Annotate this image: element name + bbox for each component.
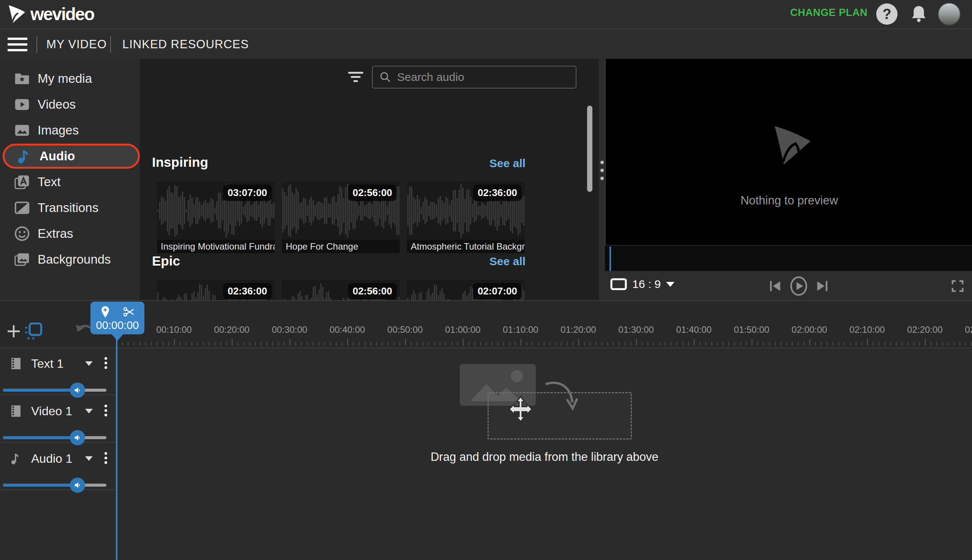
wevideo-plane-watermark-icon [772,123,814,167]
speaker-icon [73,386,82,394]
workspace: My media Videos Images Audio Text Transi… [0,59,972,300]
video-icon [13,96,31,113]
audio-card[interactable]: 03:07:00 Inspiring Motivational Fundrais… [157,182,275,253]
ruler-label: 02:20:00 [907,325,942,335]
sidebar-item-my-media[interactable]: My media [3,66,140,91]
text-icon [13,173,31,191]
audio-card[interactable]: 02:56:00 Hope For Change [282,182,400,253]
ruler-label: 00:50:00 [387,325,423,335]
aspect-ratio-value: 16 : 9 [632,278,661,291]
filmstrip-icon [9,404,23,418]
chevron-down-icon [666,282,674,287]
ruler-label: 00:40:00 [329,325,365,335]
aspect-ratio-dropdown[interactable]: 16 : 9 [610,278,674,291]
sidebar-item-text[interactable]: Text [3,170,140,195]
audio-library-panel: Inspiring See all 03:07:00 Inspiring Mot… [140,59,599,300]
fullscreen-button[interactable] [950,278,965,294]
track-headers: Text 1 Video 1 [0,348,116,560]
ruler-label: 02:00:00 [792,325,827,335]
next-frame-button[interactable] [815,278,830,294]
timeline-lanes[interactable]: Drag and drop media from the library abo… [116,348,972,560]
ruler-label: 01:30:00 [618,325,654,335]
playhead-line[interactable] [116,339,117,560]
smiley-icon [13,225,31,242]
track-menu-button[interactable] [102,355,110,372]
top-bar: wevideo CHANGE PLAN ? [0,0,972,28]
wevideo-logo[interactable]: wevideo [8,4,94,24]
sidebar-item-label: Images [38,123,78,138]
chevron-down-icon[interactable] [85,361,93,366]
preview-playhead[interactable] [610,247,611,271]
wevideo-plane-icon [8,4,27,24]
notifications-button[interactable] [908,3,929,25]
playhead-bubble[interactable]: 00:00:00 [90,302,144,334]
duration-badge: 02:36:00 [223,283,272,299]
library-scrollbar[interactable] [587,106,592,192]
ruler-label: 02:10:00 [849,325,885,335]
filter-button[interactable] [347,70,364,84]
music-note-icon [9,452,23,465]
chevron-down-icon[interactable] [85,456,93,461]
chevron-down-icon[interactable] [85,409,93,413]
split-scissors-icon[interactable] [122,305,135,318]
volume-slider[interactable] [3,478,107,493]
hamburger-menu-icon[interactable] [8,38,27,51]
volume-thumb[interactable] [70,478,85,493]
add-marker-icon[interactable] [100,305,111,318]
search-input[interactable] [397,71,576,83]
sidebar-item-label: Extras [38,227,73,241]
tab-my-video[interactable]: MY VIDEO [47,29,107,60]
sidebar-item-audio[interactable]: Audio [3,143,140,169]
panel-resize-handle[interactable] [599,59,605,300]
sidebar-item-backgrounds[interactable]: Backgrounds [3,247,140,272]
section-title: Epic [152,253,180,268]
audio-card[interactable]: 02:36:00 Atmospheric Tutorial Background [407,182,525,253]
menu-bar: MY VIDEO LINKED RESOURCES CLOSE FINISH [0,28,972,59]
preview-seek-bar[interactable] [605,245,972,271]
add-track-button[interactable] [5,322,23,340]
speaker-icon [73,481,82,489]
library-sidebar: My media Videos Images Audio Text Transi… [0,59,140,300]
section-title: Inspiring [152,155,208,170]
help-button[interactable]: ? [876,3,897,25]
track-label: Audio 1 [31,452,73,466]
select-all-button[interactable] [23,322,43,340]
timeline-toolbar: 00:10:0000:20:0000:30:0000:40:0000:50:00… [0,301,972,348]
track-menu-button[interactable] [102,450,110,467]
volume-thumb[interactable] [70,383,85,398]
volume-slider[interactable] [3,430,107,445]
dropzone-message: Drag and drop media from the library abo… [278,450,810,464]
preview-stage: Nothing to preview [605,59,972,245]
volume-thumb[interactable] [70,430,85,445]
avatar[interactable] [938,3,960,25]
folder-star-icon [13,70,31,87]
previous-frame-button[interactable] [768,278,783,294]
sidebar-item-images[interactable]: Images [3,118,140,143]
see-all-link[interactable]: See all [489,157,525,170]
divider [110,36,111,53]
see-all-link[interactable]: See all [489,255,525,268]
track-header-audio-1: Audio 1 [0,443,116,490]
tab-linked-resources[interactable]: LINKED RESOURCES [122,29,249,60]
sidebar-item-label: Backgrounds [38,252,111,267]
track-menu-button[interactable] [102,403,110,420]
sidebar-item-transitions[interactable]: Transitions [3,195,140,220]
ruler-label: 01:10:00 [503,325,538,335]
ruler-label: 01:40:00 [676,325,711,335]
ruler-label: 00:30:00 [272,325,307,335]
ruler-major-ticks [116,339,972,346]
image-icon [13,122,31,139]
filmstrip-icon [9,357,23,370]
audio-card-name: Hope For Change [282,240,400,253]
volume-slider[interactable] [3,383,107,398]
sidebar-item-extras[interactable]: Extras [3,221,140,246]
track-label: Text 1 [31,357,63,371]
change-plan-link[interactable]: CHANGE PLAN [790,7,867,18]
timeline: 00:10:0000:20:0000:30:0000:40:0000:50:00… [0,300,972,560]
sidebar-item-label: My media [38,72,92,86]
sidebar-item-videos[interactable]: Videos [3,92,140,117]
preview-panel: Nothing to preview 16 : 9 [605,59,972,300]
sidebar-item-label: Transitions [38,201,98,215]
divider [37,36,37,53]
play-button[interactable] [788,275,809,297]
